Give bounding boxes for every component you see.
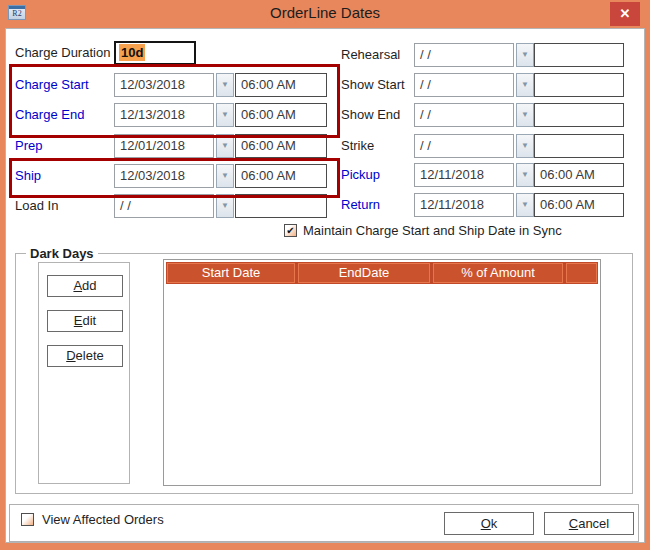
charge-duration-input[interactable]: 10d <box>114 41 196 65</box>
app-icon-text: R2 <box>9 9 25 19</box>
checkmark-icon: ✔ <box>286 225 294 236</box>
prep-date-input[interactable]: 12/01/2018 <box>114 134 214 158</box>
dialog-title: OrderLine Dates <box>0 0 650 26</box>
return-dropdown-button[interactable]: ▼ <box>516 193 534 217</box>
strike-dropdown-button[interactable]: ▼ <box>516 134 534 158</box>
load-in-dropdown-button[interactable]: ▼ <box>216 194 234 218</box>
rehearsal-dropdown-button[interactable]: ▼ <box>516 43 534 67</box>
column-header-end-date[interactable]: EndDate <box>298 263 430 283</box>
show-start-time-input[interactable] <box>534 73 624 97</box>
add-button-rest: dd <box>82 278 96 293</box>
strike-label: Strike <box>341 134 374 158</box>
show-start-date-input[interactable]: / / <box>414 73 514 97</box>
charge-duration-label: Charge Duration <box>15 41 110 65</box>
dialog-body: Charge Duration 10d Charge Start 12/03/2… <box>5 28 645 543</box>
ship-dropdown-button[interactable]: ▼ <box>216 164 234 188</box>
charge-start-dropdown-button[interactable]: ▼ <box>216 73 234 97</box>
strike-time-input[interactable] <box>534 134 624 158</box>
pickup-label: Pickup <box>341 163 380 187</box>
charge-end-date-input[interactable]: 12/13/2018 <box>114 103 214 127</box>
chevron-down-icon: ▼ <box>221 80 229 89</box>
show-end-label: Show End <box>341 103 400 127</box>
return-time-input[interactable]: 06:00 AM <box>534 193 624 217</box>
show-end-time-input[interactable] <box>534 103 624 127</box>
charge-duration-value: 10d <box>119 44 145 61</box>
pickup-date-input[interactable]: 12/11/2018 <box>414 163 514 187</box>
charge-end-dropdown-button[interactable]: ▼ <box>216 103 234 127</box>
orderline-dates-dialog: OrderLine Dates R2 ✕ Charge Duration 10d… <box>0 0 650 550</box>
ship-time-input[interactable]: 06:00 AM <box>235 164 327 188</box>
column-header-start-date[interactable]: Start Date <box>167 263 295 283</box>
titlebar: OrderLine Dates R2 ✕ <box>0 0 650 28</box>
chevron-down-icon: ▼ <box>521 200 529 209</box>
dark-days-table-body[interactable] <box>166 284 598 479</box>
delete-button[interactable]: Delete <box>47 345 123 367</box>
ok-button-rest: k <box>491 516 498 531</box>
chevron-down-icon: ▼ <box>521 141 529 150</box>
return-label: Return <box>341 193 380 217</box>
load-in-label: Load In <box>15 194 58 218</box>
prep-time-input[interactable]: 06:00 AM <box>235 134 327 158</box>
dark-days-groupbox: Dark Days Add Edit Delete Start Date End… <box>15 253 633 494</box>
rehearsal-time-input[interactable] <box>534 43 624 67</box>
add-button-accel: A <box>73 278 82 293</box>
column-header-percent-amount[interactable]: % of Amount <box>433 263 563 283</box>
edit-button-rest: dit <box>82 313 96 328</box>
chevron-down-icon: ▼ <box>521 80 529 89</box>
app-icon: R2 <box>8 5 26 20</box>
ok-button-accel: O <box>481 516 491 531</box>
ship-date-input[interactable]: 12/03/2018 <box>114 164 214 188</box>
delete-button-accel: D <box>66 348 75 363</box>
chevron-down-icon: ▼ <box>521 50 529 59</box>
view-affected-orders-checkbox[interactable] <box>21 513 34 526</box>
charge-end-label: Charge End <box>15 103 84 127</box>
charge-start-date-input[interactable]: 12/03/2018 <box>114 73 214 97</box>
ok-button[interactable]: Ok <box>444 512 534 535</box>
show-end-dropdown-button[interactable]: ▼ <box>516 103 534 127</box>
cancel-button-rest: ancel <box>578 516 609 531</box>
return-date-input[interactable]: 12/11/2018 <box>414 193 514 217</box>
dark-days-legend: Dark Days <box>26 246 98 261</box>
cancel-button[interactable]: Cancel <box>544 512 634 535</box>
sync-checkbox-label: Maintain Charge Start and Ship Date in S… <box>303 219 562 243</box>
cancel-button-accel: C <box>569 516 578 531</box>
charge-start-time-input[interactable]: 06:00 AM <box>235 73 327 97</box>
rehearsal-date-input[interactable]: / / <box>414 43 514 67</box>
pickup-time-input[interactable]: 06:00 AM <box>534 163 624 187</box>
ship-label: Ship <box>15 164 41 188</box>
add-button[interactable]: Add <box>47 275 123 297</box>
dark-days-button-panel: Add Edit Delete <box>38 262 130 484</box>
dark-days-table-header: Start Date EndDate % of Amount <box>166 262 598 284</box>
dark-days-table[interactable]: Start Date EndDate % of Amount <box>163 259 601 486</box>
load-in-date-input[interactable]: / / <box>114 194 214 218</box>
chevron-down-icon: ▼ <box>221 201 229 210</box>
column-header-filler <box>566 263 597 283</box>
edit-button[interactable]: Edit <box>47 310 123 332</box>
pickup-dropdown-button[interactable]: ▼ <box>516 163 534 187</box>
prep-label: Prep <box>15 134 42 158</box>
sync-checkbox[interactable]: ✔ <box>284 224 297 237</box>
close-button[interactable]: ✕ <box>610 2 640 26</box>
chevron-down-icon: ▼ <box>521 170 529 179</box>
chevron-down-icon: ▼ <box>221 141 229 150</box>
chevron-down-icon: ▼ <box>221 110 229 119</box>
rehearsal-label: Rehearsal <box>341 43 400 67</box>
charge-start-label: Charge Start <box>15 73 89 97</box>
prep-dropdown-button[interactable]: ▼ <box>216 134 234 158</box>
chevron-down-icon: ▼ <box>221 171 229 180</box>
load-in-time-input[interactable] <box>235 194 327 218</box>
close-icon: ✕ <box>620 6 631 21</box>
strike-date-input[interactable]: / / <box>414 134 514 158</box>
chevron-down-icon: ▼ <box>521 110 529 119</box>
show-start-label: Show Start <box>341 73 405 97</box>
show-end-date-input[interactable]: / / <box>414 103 514 127</box>
delete-button-rest: elete <box>76 348 104 363</box>
view-affected-orders-label: View Affected Orders <box>42 508 164 532</box>
charge-end-time-input[interactable]: 06:00 AM <box>235 103 327 127</box>
show-start-dropdown-button[interactable]: ▼ <box>516 73 534 97</box>
